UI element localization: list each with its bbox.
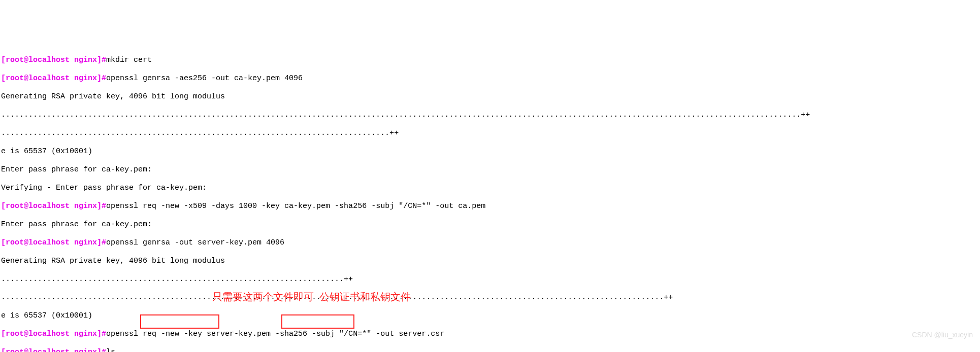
output-line: ........................................… — [1, 293, 979, 302]
output-line: Generating RSA private key, 4096 bit lon… — [1, 257, 979, 266]
shell-prompt: [root@localhost nginx]# — [1, 348, 106, 352]
command-text: ls — [106, 348, 115, 352]
shell-prompt: [root@localhost nginx]# — [1, 238, 106, 247]
shell-prompt: [root@localhost nginx]# — [1, 330, 106, 338]
annotation-text: 只需要这两个文件即可 公钥证书和私钥文件 — [212, 292, 411, 301]
terminal-line: [root@localhost nginx]#openssl req -new … — [1, 202, 979, 211]
output-line: e is 65537 (0x10001) — [1, 147, 979, 156]
command-text: openssl req -new -x509 -days 1000 -key c… — [106, 202, 485, 210]
command-text: openssl genrsa -aes256 -out ca-key.pem 4… — [106, 74, 303, 83]
terminal-screenshot: [root@localhost nginx]#mkdir cert [root@… — [0, 46, 980, 352]
command-text: openssl req -new -key server-key.pem -sh… — [106, 330, 444, 338]
shell-prompt: [root@localhost nginx]# — [1, 56, 106, 64]
command-text: mkdir cert — [106, 56, 152, 64]
terminal-line: [root@localhost nginx]#openssl genrsa -o… — [1, 238, 979, 248]
output-line: e is 65537 (0x10001) — [1, 311, 979, 321]
output-line: Enter pass phrase for ca-key.pem: — [1, 165, 979, 174]
output-line: ........................................… — [1, 275, 979, 284]
shell-prompt: [root@localhost nginx]# — [1, 74, 106, 83]
command-text: openssl genrsa -out server-key.pem 4096 — [106, 238, 284, 247]
output-line: ........................................… — [1, 129, 979, 138]
terminal-line: [root@localhost nginx]#openssl req -new … — [1, 330, 979, 339]
output-line: Enter pass phrase for ca-key.pem: — [1, 220, 979, 229]
watermark: CSDN @liu_xueyin — [912, 330, 973, 339]
terminal-line: [root@localhost nginx]#openssl genrsa -a… — [1, 74, 979, 83]
output-line: Verifying - Enter pass phrase for ca-key… — [1, 184, 979, 193]
terminal-line: [root@localhost nginx]#ls — [1, 348, 979, 352]
shell-prompt: [root@localhost nginx]# — [1, 202, 106, 210]
output-line: Generating RSA private key, 4096 bit lon… — [1, 92, 979, 101]
terminal-line: [root@localhost nginx]#mkdir cert — [1, 56, 979, 65]
output-line: ........................................… — [1, 111, 979, 120]
